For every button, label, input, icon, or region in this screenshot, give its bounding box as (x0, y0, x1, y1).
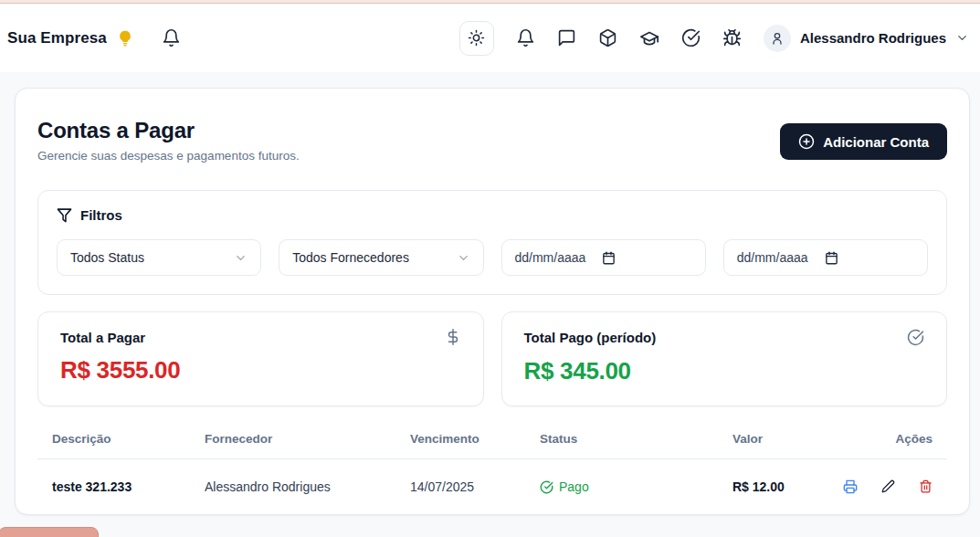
accounts-table: Descrição Fornecedor Vencimento Status V… (37, 421, 947, 512)
user-icon (770, 31, 785, 46)
status-filter-value: Todos Status (70, 250, 144, 265)
status-text: Pago (559, 479, 589, 494)
calendar-icon[interactable] (825, 251, 838, 265)
status-badge: Pago (540, 479, 732, 494)
page-subtitle: Gerencie suas despesas e pagamentos futu… (37, 149, 300, 163)
date-end-input[interactable]: dd/mm/aaaa (723, 239, 928, 276)
col-acoes: Ações (869, 432, 933, 446)
total-pago-value: R$ 345.00 (524, 357, 925, 385)
chevron-down-icon (457, 251, 470, 265)
summary-head: Total Pago (período) (524, 329, 925, 346)
status-filter-select[interactable]: Todos Status (57, 239, 261, 276)
row-actions (869, 479, 933, 494)
date-start-placeholder: dd/mm/aaaa (515, 250, 586, 265)
user-name: Alessandro Rodrigues (800, 30, 946, 46)
total-a-pagar-label: Total a Pagar (60, 330, 145, 345)
filters-row: Todos Status Todos Fornecedores dd/mm/aa… (57, 239, 928, 276)
check-circle-icon (907, 329, 924, 346)
total-a-pagar-value: R$ 3555.00 (60, 356, 461, 384)
check-circle-icon (540, 480, 553, 494)
total-pago-card: Total Pago (período) R$ 345.00 (501, 311, 948, 406)
company-name: Sua Empresa (7, 29, 107, 47)
header-left: Sua Empresa (7, 28, 181, 47)
summary-head: Total a Pagar (60, 329, 461, 345)
card-header: Contas a Pagar Gerencie suas despesas e … (37, 111, 947, 163)
total-pago-label: Total Pago (período) (524, 330, 657, 345)
date-start-input[interactable]: dd/mm/aaaa (501, 239, 706, 276)
col-descricao: Descrição (52, 432, 205, 446)
chevron-down-icon (955, 31, 969, 45)
cell-descricao: teste 321.233 (52, 479, 205, 494)
add-account-button[interactable]: Adicionar Conta (780, 123, 947, 160)
total-a-pagar-card: Total a Pagar R$ 3555.00 (37, 311, 484, 406)
edit-pencil-icon[interactable] (881, 479, 895, 494)
date-end-placeholder: dd/mm/aaaa (737, 250, 808, 265)
cutoff-toast (0, 527, 99, 537)
filters-title: Filtros (57, 207, 928, 223)
chat-icon[interactable] (557, 28, 576, 47)
graduation-cap-icon[interactable] (639, 28, 659, 48)
contas-a-pagar-card: Contas a Pagar Gerencie suas despesas e … (15, 88, 970, 515)
chevron-down-icon (234, 251, 248, 265)
filters-label: Filtros (80, 207, 122, 223)
sun-icon (468, 29, 485, 47)
funnel-icon (57, 207, 72, 223)
cell-fornecedor: Alessandro Rodrigues (205, 479, 410, 494)
title-block: Contas a Pagar Gerencie suas despesas e … (37, 111, 300, 163)
supplier-filter-select[interactable]: Todos Fornecedores (279, 239, 483, 276)
dollar-sign-icon (445, 329, 461, 345)
package-icon[interactable] (598, 28, 617, 47)
app-header: Sua Empresa (0, 4, 980, 72)
notifications-bell-icon[interactable] (162, 28, 181, 47)
page-title: Contas a Pagar (37, 118, 300, 143)
col-fornecedor: Fornecedor (205, 432, 410, 446)
header-right: Alessandro Rodrigues (459, 21, 969, 56)
col-vencimento: Vencimento (410, 432, 540, 446)
delete-trash-icon[interactable] (919, 479, 933, 494)
print-icon[interactable] (843, 479, 858, 494)
add-account-label: Adicionar Conta (823, 134, 929, 150)
page-content: Contas a Pagar Gerencie suas despesas e … (0, 72, 980, 515)
table-header-row: Descrição Fornecedor Vencimento Status V… (37, 421, 947, 459)
cell-vencimento: 14/07/2025 (410, 479, 540, 494)
plus-circle-icon (798, 133, 815, 150)
bug-icon[interactable] (722, 28, 742, 47)
col-valor: Valor (732, 432, 869, 446)
filters-panel: Filtros Todos Status Todos Fornecedores … (37, 190, 947, 295)
bell-icon[interactable] (516, 28, 535, 47)
col-status: Status (540, 432, 732, 446)
summary-row: Total a Pagar R$ 3555.00 Total Pago (per… (37, 311, 947, 406)
check-circle-icon[interactable] (681, 28, 701, 47)
avatar (764, 25, 791, 52)
calendar-icon[interactable] (602, 251, 616, 265)
table-row: teste 321.233 Alessandro Rodrigues 14/07… (37, 459, 947, 512)
lightbulb-icon[interactable] (116, 29, 134, 47)
user-menu[interactable]: Alessandro Rodrigues (764, 25, 969, 52)
supplier-filter-value: Todos Fornecedores (292, 250, 409, 265)
theme-toggle-button[interactable] (459, 21, 494, 56)
